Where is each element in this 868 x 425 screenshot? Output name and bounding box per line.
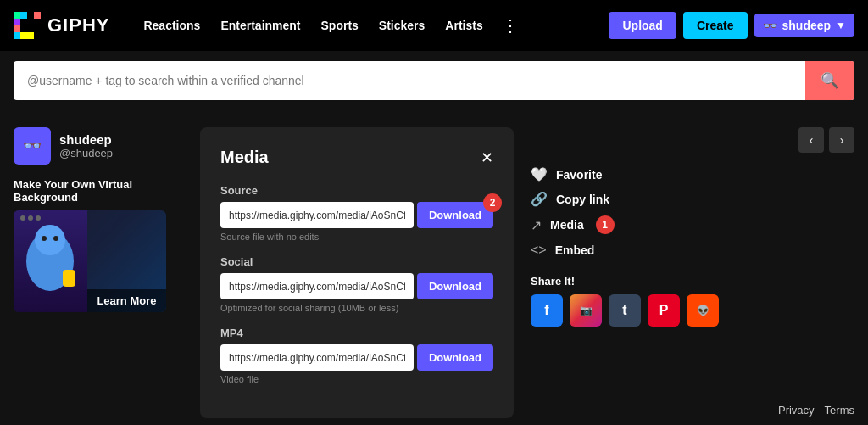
source-badge: 2 <box>483 193 502 212</box>
mp4-label: MP4 <box>220 327 493 339</box>
nav-item-artists[interactable]: Artists <box>437 14 491 37</box>
nav-arrows: ‹ › <box>531 127 854 153</box>
logo[interactable]: GIPHY <box>14 12 109 39</box>
svg-rect-2 <box>14 25 20 32</box>
logo-text: GIPHY <box>47 14 109 36</box>
giphy-logo-icon <box>14 12 41 39</box>
share-reddit-button[interactable]: 👽 <box>687 294 719 327</box>
social-row: Social Download Optimized for social sha… <box>220 255 493 313</box>
svg-rect-1 <box>14 19 20 25</box>
search-input[interactable] <box>14 64 805 98</box>
dot1 <box>20 215 25 221</box>
source-input-row: Download 2 <box>220 202 493 228</box>
embed-label: Embed <box>555 243 595 257</box>
mp4-download-button[interactable]: Download <box>417 344 493 371</box>
share-facebook-button[interactable]: f <box>531 294 563 327</box>
dot2 <box>28 215 33 221</box>
modal-header: Media ✕ <box>220 148 493 167</box>
right-panel: ‹ › 🤍 Favorite 🔗 Copy link ↗ Media 1 <> <box>531 127 854 418</box>
upload-button[interactable]: Upload <box>609 12 676 39</box>
svg-rect-0 <box>14 12 20 19</box>
heart-icon: 🤍 <box>531 166 548 182</box>
action-list: 🤍 Favorite 🔗 Copy link ↗ Media 1 <> Embe… <box>531 166 854 258</box>
glasses-icon: 👓 <box>763 19 777 32</box>
svg-rect-4 <box>20 12 27 19</box>
main-nav: Reactions Entertainment Sports Stickers … <box>135 12 592 39</box>
privacy-link[interactable]: Privacy <box>778 404 815 417</box>
sidebar: 👓 shudeep @shudeep Make Your Own Virtual… <box>14 127 183 418</box>
copy-link-action[interactable]: 🔗 Copy link <box>531 191 854 207</box>
search-button[interactable]: 🔍 <box>805 61 854 100</box>
modal-title: Media <box>220 148 269 167</box>
dot3 <box>36 215 41 221</box>
banner-image: Learn More <box>14 210 166 312</box>
source-download-button[interactable]: Download <box>417 202 493 228</box>
media-action[interactable]: ↗ Media 1 <box>531 215 854 234</box>
link-icon: 🔗 <box>531 191 548 207</box>
mp4-row: MP4 Download Video file <box>220 327 493 384</box>
banner-dots <box>20 215 41 221</box>
social-hint: Optimized for social sharing (10MB or le… <box>220 303 493 313</box>
username-text: shudeep <box>59 132 113 147</box>
mp4-url-input[interactable] <box>220 344 414 371</box>
handle-text: @shudeep <box>59 147 113 159</box>
source-hint: Source file with no edits <box>220 232 493 242</box>
user-details: shudeep @shudeep <box>59 132 113 159</box>
header-actions: Upload Create 👓 shudeep ▼ <box>609 12 854 39</box>
modal-close-button[interactable]: ✕ <box>481 148 493 167</box>
avatar: 👓 <box>14 127 51 165</box>
next-arrow-button[interactable]: › <box>829 127 854 153</box>
media-modal: Media ✕ Source Download 2 Source file wi… <box>200 127 514 418</box>
svg-rect-9 <box>63 270 75 287</box>
svg-rect-3 <box>14 32 20 39</box>
social-url-input[interactable] <box>220 273 414 299</box>
header: GIPHY Reactions Entertainment Sports Sti… <box>0 0 868 51</box>
profile-button[interactable]: 👓 shudeep ▼ <box>754 14 854 37</box>
nav-item-stickers[interactable]: Stickers <box>370 14 433 37</box>
share-icon: ↗ <box>531 217 542 233</box>
svg-point-11 <box>53 236 58 241</box>
terms-link[interactable]: Terms <box>825 404 854 417</box>
svg-rect-5 <box>34 12 41 19</box>
svg-point-8 <box>35 225 65 255</box>
main-content: 👓 shudeep @shudeep Make Your Own Virtual… <box>0 110 868 425</box>
user-info: 👓 shudeep @shudeep <box>14 127 183 165</box>
nav-item-entertainment[interactable]: Entertainment <box>212 14 309 37</box>
create-button[interactable]: Create <box>683 12 748 39</box>
learn-more-button[interactable]: Learn More <box>87 289 166 312</box>
banner-figure-svg <box>16 223 84 299</box>
svg-rect-6 <box>20 32 34 39</box>
avatar-icon: 👓 <box>23 137 42 155</box>
code-icon: <> <box>531 243 547 258</box>
search-icon: 🔍 <box>821 72 839 89</box>
banner-label: Make Your Own Virtual Background <box>14 178 183 204</box>
nav-item-reactions[interactable]: Reactions <box>135 14 209 37</box>
source-row: Source Download 2 Source file with no ed… <box>220 184 493 242</box>
share-icons: f 📷 t P 👽 <box>531 294 854 327</box>
favorite-label: Favorite <box>556 168 602 182</box>
banner-inner <box>14 210 87 312</box>
share-instagram-button[interactable]: 📷 <box>570 294 602 327</box>
embed-action[interactable]: <> Embed <box>531 243 854 258</box>
social-label: Social <box>220 255 493 268</box>
share-label: Share It! <box>531 275 854 288</box>
chevron-down-icon: ▼ <box>836 20 846 31</box>
social-download-button[interactable]: Download <box>417 273 493 299</box>
footer: Privacy Terms <box>765 395 868 425</box>
share-tumblr-button[interactable]: t <box>609 294 641 327</box>
media-badge: 1 <box>596 215 615 234</box>
copy-link-label: Copy link <box>556 193 609 206</box>
mp4-hint: Video file <box>220 374 493 384</box>
source-label: Source <box>220 184 493 197</box>
source-url-input[interactable] <box>220 202 414 228</box>
svg-point-10 <box>42 236 47 241</box>
search-container: 🔍 <box>14 61 854 100</box>
share-pinterest-button[interactable]: P <box>648 294 680 327</box>
nav-item-sports[interactable]: Sports <box>313 14 367 37</box>
prev-arrow-button[interactable]: ‹ <box>798 127 824 153</box>
mp4-input-row: Download <box>220 344 493 371</box>
favorite-action[interactable]: 🤍 Favorite <box>531 166 854 182</box>
more-options-icon[interactable]: ⋮ <box>495 12 526 39</box>
media-action-label: Media <box>550 218 584 232</box>
search-bar: 🔍 <box>0 51 868 110</box>
